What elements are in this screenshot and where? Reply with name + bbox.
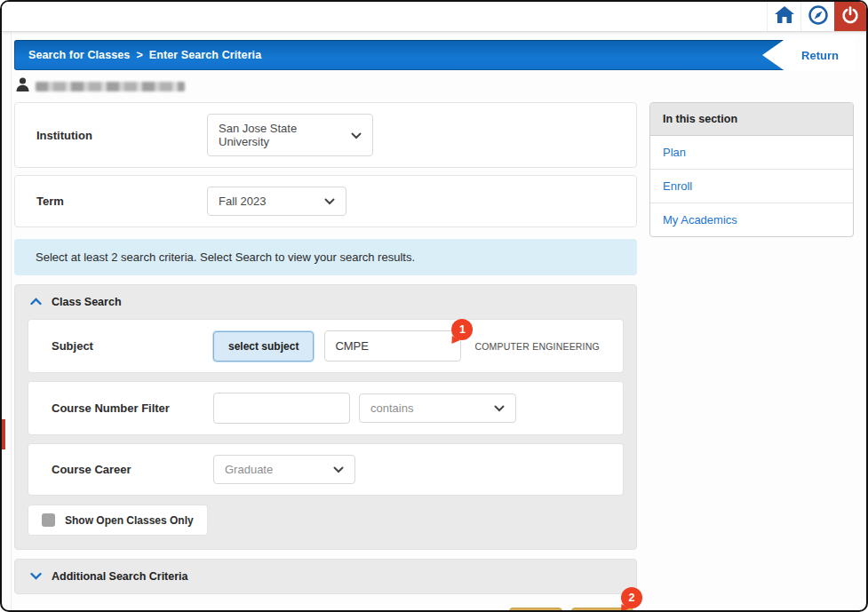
search-button[interactable]: Search 2 xyxy=(571,608,633,612)
user-row xyxy=(16,78,854,94)
navbar-button[interactable] xyxy=(800,2,834,31)
instructions-message: Select at least 2 search criteria. Selec… xyxy=(14,239,637,275)
navbar-compass-icon xyxy=(808,5,828,28)
additional-criteria-section: Additional Search Criteria xyxy=(14,559,637,594)
select-subject-button[interactable]: select subject xyxy=(213,331,314,362)
top-toolbar xyxy=(2,2,866,32)
main-columns: Institution San Jose State University Te… xyxy=(14,102,854,612)
institution-row: Institution San Jose State University xyxy=(14,102,637,168)
subject-input-wrap: 1 xyxy=(324,330,461,362)
additional-criteria-title: Additional Search Criteria xyxy=(52,570,188,583)
course-career-label: Course Career xyxy=(52,463,213,476)
class-search-title: Class Search xyxy=(52,296,122,308)
home-icon xyxy=(775,6,794,27)
chevron-down-icon xyxy=(351,129,362,142)
course-career-select[interactable]: Graduate xyxy=(213,455,355,484)
user-icon xyxy=(16,77,29,95)
chevron-down-icon xyxy=(324,195,335,208)
course-number-operator-value: contains xyxy=(370,401,413,415)
breadcrumb-separator-icon: > xyxy=(136,49,142,61)
chevron-up-icon xyxy=(30,296,42,308)
show-open-classes-label: Show Open Classes Only xyxy=(65,514,194,527)
course-career-row: Course Career Graduate xyxy=(28,443,624,496)
class-search-header[interactable]: Class Search xyxy=(15,285,636,319)
breadcrumb-page-title: Enter Search Criteria xyxy=(149,49,261,61)
institution-select[interactable]: San Jose State University xyxy=(207,114,373,156)
page-content: Search for Classes > Enter Search Criter… xyxy=(2,32,866,612)
course-number-row: Course Number Filter contains xyxy=(28,381,624,435)
breadcrumb-section[interactable]: Search for Classes xyxy=(28,49,130,61)
power-icon xyxy=(841,6,859,28)
chevron-down-icon xyxy=(494,401,505,415)
course-number-input[interactable] xyxy=(213,393,350,424)
section-sidebar: In this section Plan Enroll My Academics xyxy=(649,102,854,237)
subject-input[interactable] xyxy=(324,330,461,362)
course-number-label: Course Number Filter xyxy=(52,401,213,415)
browser-window: Search for Classes > Enter Search Criter… xyxy=(0,0,868,612)
chevron-down-icon xyxy=(30,570,42,583)
term-row: Term Fall 2023 xyxy=(14,175,637,227)
sidebar-link-my-academics[interactable]: My Academics xyxy=(650,203,853,236)
return-button[interactable]: Return xyxy=(762,38,855,72)
annotation-badge-2: 2 xyxy=(621,587,642,608)
institution-label: Institution xyxy=(36,129,207,142)
chevron-down-icon xyxy=(333,463,344,476)
subject-description: COMPUTER ENGINEERING xyxy=(474,341,600,352)
sidebar-link-plan[interactable]: Plan xyxy=(650,136,853,170)
class-search-body: Subject select subject 1 COMPUTER ENGINE… xyxy=(15,319,636,549)
additional-criteria-header[interactable]: Additional Search Criteria xyxy=(15,560,636,593)
sidebar-link-enroll[interactable]: Enroll xyxy=(650,170,853,203)
show-open-classes-toggle[interactable]: Show Open Classes Only xyxy=(28,505,208,536)
clear-button[interactable]: Clear xyxy=(509,608,562,612)
annotation-badge-1: 1 xyxy=(451,319,473,340)
form-actions: Clear Search 2 xyxy=(14,608,633,612)
sidebar-title: In this section xyxy=(650,103,853,136)
term-value: Fall 2023 xyxy=(219,195,266,208)
sign-out-button[interactable] xyxy=(834,2,866,31)
home-button[interactable] xyxy=(767,2,800,31)
term-label: Term xyxy=(36,195,207,208)
class-search-section: Class Search Subject select subject 1 CO… xyxy=(14,284,637,550)
term-select[interactable]: Fall 2023 xyxy=(207,187,346,216)
subject-row: Subject select subject 1 COMPUTER ENGINE… xyxy=(28,319,624,373)
search-form: Institution San Jose State University Te… xyxy=(14,102,637,612)
institution-value: San Jose State University xyxy=(219,122,342,148)
subject-label: Subject xyxy=(52,339,213,353)
in-this-section-panel: In this section Plan Enroll My Academics xyxy=(649,102,854,237)
course-career-value: Graduate xyxy=(225,463,273,476)
username-redacted xyxy=(36,82,185,91)
course-number-operator-select[interactable]: contains xyxy=(359,393,516,423)
checkbox-icon[interactable] xyxy=(42,513,55,527)
breadcrumb: Search for Classes > Enter Search Criter… xyxy=(14,40,854,70)
